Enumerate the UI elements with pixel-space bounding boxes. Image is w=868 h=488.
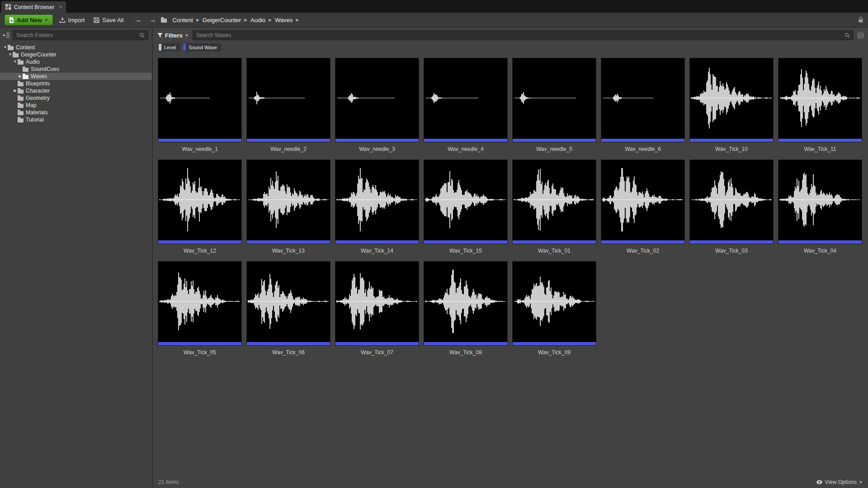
asset-tile[interactable]: Wav_needle_2 [247, 58, 330, 152]
expand-arrow-icon[interactable]: ▼ [13, 60, 18, 64]
breadcrumb-item-waves[interactable]: Waves [275, 17, 292, 23]
lock-icon[interactable] [858, 17, 863, 23]
asset-tile[interactable]: Wav_Tick_06 [247, 262, 330, 356]
asset-thumbnail [158, 262, 241, 345]
tree-item-soundcues[interactable]: SoundCues [0, 66, 152, 73]
tree-item-content[interactable]: ▼Content [0, 44, 152, 51]
asset-thumbnail [335, 58, 419, 142]
asset-tile[interactable]: Wav_needle_4 [424, 58, 507, 152]
asset-thumbnail [778, 58, 862, 142]
folders-search-box [13, 30, 148, 40]
tree-item-blueprints[interactable]: Blueprints [0, 80, 152, 87]
view-options-button[interactable]: View Options ▼ [816, 479, 863, 485]
asset-tile[interactable]: Wav_Tick_03 [690, 160, 773, 254]
asset-name: Wav_Tick_06 [247, 349, 330, 356]
filters-button[interactable]: Filters ▼ [157, 32, 189, 39]
tree-item-geometry[interactable]: Geometry [0, 94, 152, 102]
asset-name: Wav_Tick_14 [335, 248, 419, 254]
search-assets-input[interactable] [196, 32, 842, 38]
tree-item-map[interactable]: Map [0, 102, 152, 109]
back-icon: ← [135, 16, 142, 23]
asset-tile[interactable]: Wav_Tick_05 [158, 262, 241, 356]
asset-thumbnail [247, 262, 330, 345]
asset-thumbnail [424, 160, 507, 244]
tree-item-tutorial[interactable]: Tutorial [0, 116, 152, 123]
asset-tile[interactable]: Wav_Tick_08 [424, 262, 507, 356]
tab-close-icon[interactable]: × [59, 5, 62, 10]
expand-arrow-icon[interactable]: ▼ [8, 53, 13, 56]
folder-icon [18, 118, 24, 122]
breadcrumb-separator-icon[interactable]: ▶ [296, 18, 299, 22]
asset-type-color-bar [158, 139, 241, 142]
sources-panel: ▼Content▼GeigerCounter▼AudioSoundCues▶Wa… [0, 28, 153, 488]
tree-item-materials[interactable]: Materials [0, 109, 152, 116]
asset-tile[interactable]: Wav_needle_3 [335, 58, 419, 152]
breadcrumb-separator-icon[interactable]: ▶ [244, 18, 247, 22]
waveform-icon [601, 160, 684, 244]
asset-tile[interactable]: Wav_Tick_10 [690, 58, 773, 152]
folder-icon [18, 111, 24, 115]
asset-grid: Wav_needle_1Wav_needle_2Wav_needle_3Wav_… [153, 54, 868, 488]
filter-chip-label: Level [164, 45, 176, 50]
tree-item-character[interactable]: ▶Character [0, 87, 152, 94]
asset-thumbnail [335, 262, 419, 345]
asset-tile[interactable]: Wav_needle_6 [601, 58, 684, 152]
expand-arrow-icon[interactable]: ▶ [18, 75, 23, 78]
breadcrumb-separator-icon[interactable]: ▶ [196, 18, 199, 22]
unreal-content-browser-window: Content Browser × Add New ▼ Import Save … [0, 0, 868, 488]
waveform-icon [513, 58, 596, 142]
asset-thumbnail [601, 58, 684, 142]
tree-item-audio[interactable]: ▼Audio [0, 58, 152, 66]
asset-name: Wav_Tick_05 [158, 349, 241, 356]
asset-type-color-bar [247, 342, 330, 345]
back-button[interactable]: ← [134, 16, 144, 23]
filter-chip-sound-wave[interactable]: Sound Wave [183, 43, 221, 51]
asset-tile[interactable]: Wav_Tick_04 [778, 160, 862, 254]
active-filters: LevelSound Wave [153, 42, 868, 54]
waveform-icon [247, 160, 330, 244]
waveform-icon [158, 58, 241, 142]
search-folders-input[interactable] [16, 32, 137, 38]
add-new-button[interactable]: Add New ▼ [5, 14, 53, 25]
status-bar: 21 items View Options ▼ [153, 476, 868, 488]
breadcrumb-item-audio[interactable]: Audio [250, 17, 265, 23]
expand-arrow-icon[interactable]: ▼ [3, 46, 8, 49]
assets-search-box [193, 30, 854, 40]
tree-item-label: Blueprints [26, 80, 50, 87]
saved-search-icon[interactable] [858, 33, 863, 38]
asset-type-color-bar [513, 240, 596, 244]
breadcrumb-item-geigercounter[interactable]: GeigerCounter [203, 17, 241, 23]
import-label: Import [68, 17, 85, 23]
waveform-icon [247, 262, 330, 345]
asset-type-color-bar [424, 240, 507, 244]
asset-tile[interactable]: Wav_Tick_07 [335, 262, 419, 356]
asset-tile[interactable]: Wav_needle_5 [513, 58, 596, 152]
asset-tile[interactable]: Wav_needle_1 [158, 58, 241, 152]
asset-tile[interactable]: Wav_Tick_09 [513, 262, 596, 356]
asset-tile[interactable]: Wav_Tick_01 [513, 160, 596, 254]
asset-tile[interactable]: Wav_Tick_11 [778, 58, 862, 152]
save-all-button[interactable]: Save All [91, 14, 126, 25]
save-all-icon [94, 17, 99, 23]
asset-type-color-bar [335, 139, 419, 142]
tree-item-waves[interactable]: ▶Waves [0, 73, 152, 80]
import-button[interactable]: Import [57, 14, 88, 25]
collapse-sources-icon[interactable] [3, 33, 10, 38]
asset-tile[interactable]: Wav_Tick_15 [424, 160, 507, 254]
breadcrumb-separator-icon[interactable]: ▶ [269, 18, 272, 22]
tab-content-browser[interactable]: Content Browser × [1, 1, 66, 13]
asset-name: Wav_Tick_13 [247, 248, 330, 254]
expand-arrow-icon[interactable]: ▶ [13, 89, 18, 93]
folder-icon [18, 104, 24, 108]
folder-icon [18, 97, 24, 101]
filter-chip-level[interactable]: Level [158, 43, 180, 51]
tree-item-geigercounter[interactable]: ▼GeigerCounter [0, 51, 152, 58]
asset-tile[interactable]: Wav_Tick_13 [247, 160, 330, 254]
asset-tile[interactable]: Wav_Tick_12 [158, 160, 241, 254]
asset-tile[interactable]: Wav_Tick_02 [601, 160, 684, 254]
forward-button[interactable]: → [147, 16, 157, 23]
item-count: 21 items [158, 479, 179, 485]
asset-name: Wav_Tick_11 [778, 146, 862, 152]
asset-tile[interactable]: Wav_Tick_14 [335, 160, 419, 254]
breadcrumb-item-content[interactable]: Content [172, 17, 193, 23]
